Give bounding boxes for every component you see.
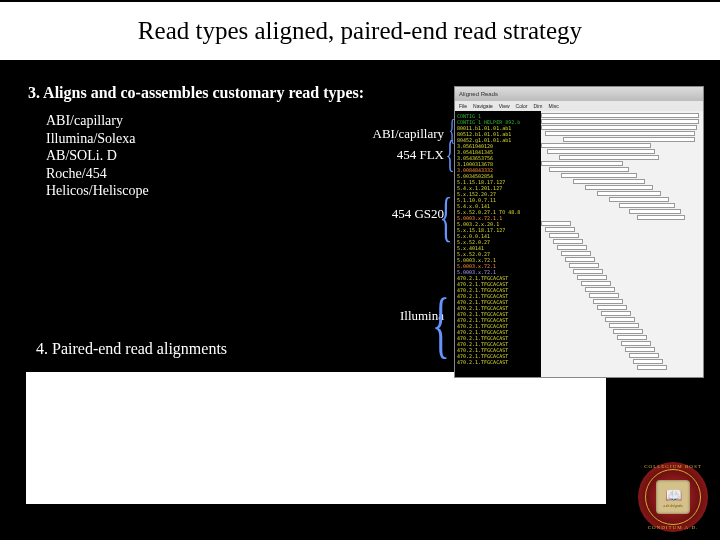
menu-item-color[interactable]: Color xyxy=(516,103,528,109)
track-label-454flx: 454 FLX xyxy=(334,147,444,163)
read-type-list: ABI/capillary Illumina/Solexa AB/SOLi. D… xyxy=(46,112,368,200)
placeholder-box xyxy=(26,372,606,504)
seal-outer-ring: COLLEGIUM BOST 📖 a dei designatio CONDIT… xyxy=(638,462,708,532)
alignment-read-bar xyxy=(563,137,695,142)
alignment-read-bar xyxy=(547,149,655,154)
alignment-read-bar xyxy=(545,131,695,136)
alignment-read-bar xyxy=(613,329,643,334)
alignment-read-bar xyxy=(597,305,627,310)
alignment-read-bar xyxy=(633,359,663,364)
viewer-content: CONTIG_1CONTIG_1_HELPER_892.b80011.b1.01… xyxy=(455,111,703,377)
track-label-abi: ABI/capillary xyxy=(334,126,444,142)
point-4-heading: 4. Paired-end read alignments xyxy=(36,340,227,358)
alignment-read-bar xyxy=(573,179,645,184)
read-type-item: Roche/454 xyxy=(46,165,368,183)
point-3-heading: 3. Aligns and co-assembles customary rea… xyxy=(28,84,368,102)
alignment-read-bar xyxy=(589,293,619,298)
alignment-read-bar xyxy=(637,365,667,370)
alignment-read-bar xyxy=(605,317,635,322)
alignment-read-bar xyxy=(541,161,623,166)
alignment-read-bar xyxy=(541,143,651,148)
alignment-read-bar xyxy=(625,347,655,352)
alignment-read-bar xyxy=(601,311,631,316)
book-icon: 📖 xyxy=(665,487,682,504)
sequence-id-line: 470.2.1.TFGCACAST xyxy=(457,359,541,365)
university-seal: COLLEGIUM BOST 📖 a dei designatio CONDIT… xyxy=(638,462,708,532)
alignment-read-bar xyxy=(561,251,591,256)
slide: Read types aligned, paired-end read stra… xyxy=(0,0,720,540)
window-titlebar: Aligned Reads xyxy=(455,87,703,101)
brace-icon: { xyxy=(432,282,450,367)
window-title: Aligned Reads xyxy=(459,91,498,97)
alignment-read-bar xyxy=(581,281,611,286)
seal-shield: 📖 a dei designatio xyxy=(656,480,690,514)
alignment-read-bar xyxy=(609,323,639,328)
title-band: Read types aligned, paired-end read stra… xyxy=(0,2,720,60)
read-type-item: Helicos/Heliscope xyxy=(46,182,368,200)
read-type-item: Illumina/Solexa xyxy=(46,130,368,148)
alignment-read-bar xyxy=(553,239,583,244)
alignment-read-bar xyxy=(585,185,653,190)
window-menubar: File Navigate View Color Dim Misc xyxy=(455,101,703,111)
alignment-read-bar xyxy=(541,125,697,130)
alignment-read-bar xyxy=(593,299,623,304)
alignment-read-bar xyxy=(549,233,579,238)
read-type-item: ABI/capillary xyxy=(46,112,368,130)
alignment-read-bar xyxy=(569,263,599,268)
alignment-read-bar xyxy=(597,191,661,196)
alignment-read-bar xyxy=(557,245,587,250)
menu-item-file[interactable]: File xyxy=(459,103,467,109)
alignment-read-bar xyxy=(549,167,629,172)
seal-top-text: COLLEGIUM BOST xyxy=(644,464,701,469)
alignment-read-bar xyxy=(573,269,603,274)
menu-item-misc[interactable]: Misc xyxy=(548,103,558,109)
alignment-read-bar xyxy=(617,335,647,340)
read-type-item: AB/SOLi. D xyxy=(46,147,368,165)
point-3-block: 3. Aligns and co-assembles customary rea… xyxy=(28,84,368,200)
alignment-read-bar xyxy=(561,173,637,178)
alignment-read-bar xyxy=(541,113,699,118)
alignment-read-bar xyxy=(545,227,575,232)
alignment-read-bar xyxy=(629,353,659,358)
menu-item-view[interactable]: View xyxy=(499,103,510,109)
brace-icon: { xyxy=(440,186,453,248)
seal-bottom-text: CONDITUM A.D. xyxy=(648,525,699,530)
menu-item-dim[interactable]: Dim xyxy=(534,103,543,109)
alignment-viewer-window: Aligned Reads File Navigate View Color D… xyxy=(454,86,704,378)
alignment-read-bar xyxy=(629,209,681,214)
alignment-panel xyxy=(541,111,703,377)
alignment-read-bar xyxy=(577,275,607,280)
alignment-read-bar xyxy=(619,203,675,208)
alignment-read-bar xyxy=(565,257,595,262)
alignment-read-bar xyxy=(637,215,685,220)
alignment-read-bar xyxy=(621,341,651,346)
sequence-id-panel: CONTIG_1CONTIG_1_HELPER_892.b80011.b1.01… xyxy=(455,111,541,377)
alignment-read-bar xyxy=(541,221,571,226)
alignment-read-bar xyxy=(609,197,669,202)
menu-item-navigate[interactable]: Navigate xyxy=(473,103,493,109)
alignment-read-bar xyxy=(559,155,659,160)
track-label-illumina: Illumina xyxy=(334,308,444,324)
slide-title: Read types aligned, paired-end read stra… xyxy=(138,17,582,45)
alignment-read-bar xyxy=(585,287,615,292)
track-label-454gs20: 454 GS20 xyxy=(334,206,444,222)
alignment-read-bar xyxy=(541,119,699,124)
seal-motto: a dei designatio xyxy=(663,504,682,508)
